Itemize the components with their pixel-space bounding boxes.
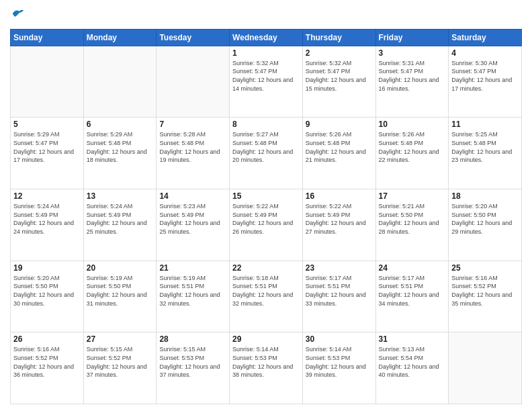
logo [10,7,25,24]
day-cell: 25Sunrise: 5:16 AM Sunset: 5:52 PM Dayli… [449,261,522,332]
day-info: Sunrise: 5:32 AM Sunset: 5:47 PM Dayligh… [306,59,373,93]
day-cell: 8Sunrise: 5:27 AM Sunset: 5:48 PM Daylig… [230,118,303,189]
day-info: Sunrise: 5:27 AM Sunset: 5:48 PM Dayligh… [232,130,300,164]
day-number: 28 [159,334,226,344]
day-info: Sunrise: 5:22 AM Sunset: 5:49 PM Dayligh… [306,202,373,236]
day-number: 6 [87,120,154,129]
day-info: Sunrise: 5:14 AM Sunset: 5:53 PM Dayligh… [232,345,300,379]
day-cell: 26Sunrise: 5:16 AM Sunset: 5:52 PM Dayli… [11,332,84,404]
day-cell: 21Sunrise: 5:19 AM Sunset: 5:51 PM Dayli… [157,261,230,332]
day-info: Sunrise: 5:14 AM Sunset: 5:53 PM Dayligh… [306,345,373,379]
day-info: Sunrise: 5:28 AM Sunset: 5:48 PM Dayligh… [159,130,226,164]
day-info: Sunrise: 5:24 AM Sunset: 5:49 PM Dayligh… [13,202,81,236]
day-info: Sunrise: 5:13 AM Sunset: 5:54 PM Dayligh… [379,345,446,379]
day-info: Sunrise: 5:32 AM Sunset: 5:47 PM Dayligh… [232,59,300,93]
day-cell: 28Sunrise: 5:15 AM Sunset: 5:53 PM Dayli… [157,332,230,404]
logo-text [10,7,25,24]
day-cell: 10Sunrise: 5:26 AM Sunset: 5:48 PM Dayli… [375,118,449,189]
day-cell: 7Sunrise: 5:28 AM Sunset: 5:48 PM Daylig… [157,118,230,189]
calendar-table: SundayMondayTuesdayWednesdayThursdayFrid… [10,29,522,404]
day-cell: 13Sunrise: 5:24 AM Sunset: 5:49 PM Dayli… [83,189,157,261]
day-number: 8 [232,120,300,129]
day-info: Sunrise: 5:15 AM Sunset: 5:53 PM Dayligh… [159,345,226,379]
day-info: Sunrise: 5:18 AM Sunset: 5:51 PM Dayligh… [232,274,300,308]
day-cell: 17Sunrise: 5:21 AM Sunset: 5:50 PM Dayli… [375,189,449,261]
logo-bird-icon [11,7,25,20]
day-cell: 24Sunrise: 5:17 AM Sunset: 5:51 PM Dayli… [375,261,449,332]
day-number: 29 [232,334,300,344]
calendar-header-row: SundayMondayTuesdayWednesdayThursdayFrid… [11,29,522,46]
day-number: 17 [379,191,446,201]
day-info: Sunrise: 5:15 AM Sunset: 5:52 PM Dayligh… [87,345,154,379]
day-cell: 20Sunrise: 5:19 AM Sunset: 5:50 PM Dayli… [83,261,157,332]
day-number: 18 [451,191,519,201]
day-number: 3 [379,48,446,58]
day-cell: 22Sunrise: 5:18 AM Sunset: 5:51 PM Dayli… [230,261,303,332]
day-cell: 16Sunrise: 5:22 AM Sunset: 5:49 PM Dayli… [302,189,375,261]
day-number: 22 [232,263,300,273]
day-info: Sunrise: 5:16 AM Sunset: 5:52 PM Dayligh… [451,274,519,308]
day-number: 9 [306,120,373,129]
day-cell: 3Sunrise: 5:31 AM Sunset: 5:47 PM Daylig… [375,46,449,118]
day-cell: 15Sunrise: 5:22 AM Sunset: 5:49 PM Dayli… [230,189,303,261]
day-info: Sunrise: 5:31 AM Sunset: 5:47 PM Dayligh… [379,59,446,93]
week-row-2: 5Sunrise: 5:29 AM Sunset: 5:47 PM Daylig… [11,118,522,189]
day-number: 26 [13,334,81,344]
day-number: 23 [306,263,373,273]
day-cell: 18Sunrise: 5:20 AM Sunset: 5:50 PM Dayli… [449,189,522,261]
day-info: Sunrise: 5:21 AM Sunset: 5:50 PM Dayligh… [379,202,446,236]
day-number: 11 [451,120,519,129]
day-number: 25 [451,263,519,273]
week-row-4: 19Sunrise: 5:20 AM Sunset: 5:50 PM Dayli… [11,261,522,332]
day-number: 5 [13,120,81,129]
page: SundayMondayTuesdayWednesdayThursdayFrid… [0,0,532,411]
day-info: Sunrise: 5:19 AM Sunset: 5:51 PM Dayligh… [159,274,226,308]
day-cell: 14Sunrise: 5:23 AM Sunset: 5:49 PM Dayli… [157,189,230,261]
day-number: 24 [379,263,446,273]
day-number: 30 [306,334,373,344]
day-cell: 11Sunrise: 5:25 AM Sunset: 5:48 PM Dayli… [449,118,522,189]
week-row-3: 12Sunrise: 5:24 AM Sunset: 5:49 PM Dayli… [11,189,522,261]
day-cell [449,332,522,404]
week-row-5: 26Sunrise: 5:16 AM Sunset: 5:52 PM Dayli… [11,332,522,404]
day-number: 13 [87,191,154,201]
day-info: Sunrise: 5:30 AM Sunset: 5:47 PM Dayligh… [451,59,519,93]
col-header-wednesday: Wednesday [230,29,303,46]
day-number: 15 [232,191,300,201]
col-header-sunday: Sunday [11,29,84,46]
day-cell: 2Sunrise: 5:32 AM Sunset: 5:47 PM Daylig… [302,46,375,118]
day-number: 2 [306,48,373,58]
day-info: Sunrise: 5:25 AM Sunset: 5:48 PM Dayligh… [451,130,519,164]
day-number: 31 [379,334,446,344]
header [10,7,522,24]
day-info: Sunrise: 5:20 AM Sunset: 5:50 PM Dayligh… [13,274,81,308]
day-number: 20 [87,263,154,273]
day-cell [157,46,230,118]
day-number: 10 [379,120,446,129]
day-number: 16 [306,191,373,201]
col-header-monday: Monday [83,29,157,46]
day-cell: 5Sunrise: 5:29 AM Sunset: 5:47 PM Daylig… [11,118,84,189]
day-number: 21 [159,263,226,273]
day-info: Sunrise: 5:22 AM Sunset: 5:49 PM Dayligh… [232,202,300,236]
col-header-saturday: Saturday [449,29,522,46]
day-info: Sunrise: 5:17 AM Sunset: 5:51 PM Dayligh… [379,274,446,308]
day-number: 19 [13,263,81,273]
day-cell: 6Sunrise: 5:29 AM Sunset: 5:48 PM Daylig… [83,118,157,189]
day-number: 4 [451,48,519,58]
day-info: Sunrise: 5:19 AM Sunset: 5:50 PM Dayligh… [87,274,154,308]
day-number: 7 [159,120,226,129]
day-cell: 29Sunrise: 5:14 AM Sunset: 5:53 PM Dayli… [230,332,303,404]
day-cell: 4Sunrise: 5:30 AM Sunset: 5:47 PM Daylig… [449,46,522,118]
day-cell: 19Sunrise: 5:20 AM Sunset: 5:50 PM Dayli… [11,261,84,332]
day-cell: 31Sunrise: 5:13 AM Sunset: 5:54 PM Dayli… [375,332,449,404]
day-number: 14 [159,191,226,201]
day-info: Sunrise: 5:29 AM Sunset: 5:48 PM Dayligh… [87,130,154,164]
day-info: Sunrise: 5:16 AM Sunset: 5:52 PM Dayligh… [13,345,81,379]
day-info: Sunrise: 5:23 AM Sunset: 5:49 PM Dayligh… [159,202,226,236]
col-header-friday: Friday [375,29,449,46]
day-cell: 27Sunrise: 5:15 AM Sunset: 5:52 PM Dayli… [83,332,157,404]
day-cell: 23Sunrise: 5:17 AM Sunset: 5:51 PM Dayli… [302,261,375,332]
day-cell [83,46,157,118]
day-cell: 1Sunrise: 5:32 AM Sunset: 5:47 PM Daylig… [230,46,303,118]
